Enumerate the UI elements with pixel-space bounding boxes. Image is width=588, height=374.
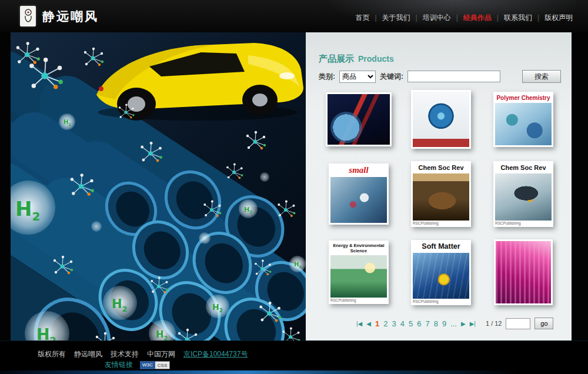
- page-number-4[interactable]: 4: [400, 319, 405, 328]
- cover-art: [413, 92, 469, 147]
- site-name: 静远嘲风: [42, 8, 99, 25]
- next-page-icon[interactable]: ▶: [461, 320, 466, 327]
- page-number-8[interactable]: 8: [434, 319, 438, 328]
- nav-item-home[interactable]: 首页: [355, 13, 369, 23]
- first-page-icon[interactable]: |◀: [356, 320, 362, 327]
- last-page-icon[interactable]: ▶|: [470, 320, 476, 327]
- w3c-badge[interactable]: W3C CSS: [140, 361, 170, 369]
- cover-art: [413, 173, 469, 221]
- logo-icon: [22, 8, 34, 25]
- nav-item-copyright[interactable]: 版权声明: [537, 13, 573, 23]
- icp-link[interactable]: 京ICP备10044737号: [183, 349, 248, 359]
- page-number-5[interactable]: 5: [409, 319, 413, 328]
- product-cover[interactable]: Energy & Environmental Science RSCPublis…: [329, 241, 389, 304]
- w3c-badge-right: CSS: [155, 361, 170, 369]
- w3c-badge-left: W3C: [140, 361, 155, 369]
- nav-item-contact[interactable]: 联系我们: [497, 13, 532, 23]
- cover-art: [330, 177, 387, 223]
- header: 静远嘲风 首页 关于我们 培训中心 经典作品 联系我们 版权声明: [0, 0, 588, 32]
- footer: 版权所有 静远嘲风 技术支持 中国万网 京ICP备10044737号 友情链接 …: [0, 340, 588, 374]
- cover-title: Polymer Chemistry: [495, 94, 552, 103]
- hero-illustration: H2 H2 H2 H2 H2 H2 H2 H2: [11, 32, 306, 341]
- page-number-7[interactable]: 7: [425, 319, 429, 328]
- page-title: 产品展示Products: [319, 54, 394, 65]
- footer-site-name: 静远嘲风: [74, 349, 102, 359]
- page-number-3[interactable]: 3: [392, 319, 396, 328]
- cover-title: Chem Soc Rev: [495, 163, 552, 173]
- keyword-input[interactable]: [407, 71, 500, 82]
- page-ellipsis: ...: [450, 319, 457, 328]
- product-cover[interactable]: Chem Soc Rev RSCPublishing: [493, 161, 553, 226]
- filter-bar: 类别: 商品 关键词: 搜索: [319, 70, 561, 83]
- product-cover[interactable]: Chem Soc Rev RSCPublishing: [411, 161, 471, 226]
- page-number-9[interactable]: 9: [442, 319, 446, 328]
- pagination: |◀ ◀ 1 2 3 4 5 6 7 8 9 ... ▶ ▶| 1 / 12 g…: [356, 318, 564, 329]
- footer-copyright-line: 版权所有 静远嘲风 技术支持 中国万网 京ICP备10044737号: [38, 349, 248, 359]
- go-button[interactable]: go: [534, 318, 553, 329]
- category-label: 类别:: [319, 72, 335, 82]
- cover-art: [330, 255, 387, 298]
- logo[interactable]: [20, 6, 36, 26]
- cover-art: [413, 253, 469, 299]
- cover-art: [328, 94, 390, 145]
- support-label: 技术支持: [111, 349, 139, 359]
- cover-publisher: RSCPublishing: [495, 221, 552, 225]
- page-number-6[interactable]: 6: [417, 319, 421, 328]
- goto-page-input[interactable]: [506, 318, 530, 329]
- search-button[interactable]: 搜索: [522, 70, 561, 83]
- friend-links[interactable]: 友情链接: [105, 360, 133, 370]
- cover-publisher: RSCPublishing: [413, 299, 469, 303]
- copyright-label: 版权所有: [38, 349, 66, 359]
- cover-art: [495, 173, 552, 221]
- product-cover[interactable]: [326, 92, 392, 146]
- footer-links-line: 友情链接 W3C CSS: [105, 360, 170, 370]
- page-info: 1 / 12: [486, 320, 502, 327]
- product-cover[interactable]: Polymer Chemistry: [493, 92, 553, 147]
- products-panel: 产品展示Products 类别: 商品 关键词: 搜索 Polyme: [306, 32, 572, 341]
- page-number-1[interactable]: 1: [375, 319, 379, 328]
- nav-item-training[interactable]: 培训中心: [416, 13, 451, 23]
- page-title-cn: 产品展示: [319, 54, 354, 64]
- cover-title: Energy & Environmental Science: [330, 242, 387, 255]
- page: 静远嘲风 首页 关于我们 培训中心 经典作品 联系我们 版权声明: [0, 0, 588, 374]
- cover-title: Soft Matter: [413, 242, 469, 253]
- hero-image: H2 H2 H2 H2 H2 H2 H2 H2: [11, 32, 306, 341]
- product-cover[interactable]: [494, 239, 553, 305]
- cover-title: small: [330, 165, 387, 177]
- prev-page-icon[interactable]: ◀: [366, 320, 371, 327]
- cover-publisher: RSCPublishing: [330, 298, 387, 302]
- nav-item-works[interactable]: 经典作品: [456, 13, 492, 23]
- product-cover[interactable]: [411, 90, 471, 149]
- cover-publisher: RSCPublishing: [413, 221, 469, 225]
- page-number-2[interactable]: 2: [383, 319, 387, 328]
- cover-title: Chem Soc Rev: [413, 163, 469, 173]
- main-nav: 首页 关于我们 培训中心 经典作品 联系我们 版权声明: [350, 13, 573, 23]
- keyword-label: 关键词:: [380, 72, 403, 82]
- cover-art: [496, 241, 551, 303]
- page-title-en: Products: [358, 54, 394, 64]
- cover-art: [495, 103, 552, 145]
- products-grid: Polymer Chemistry small Chem Soc Rev RSC…: [318, 86, 564, 309]
- product-cover[interactable]: small: [329, 163, 389, 225]
- product-cover[interactable]: Soft Matter RSCPublishing: [411, 240, 471, 305]
- category-select[interactable]: 商品: [339, 71, 376, 83]
- nav-item-about[interactable]: 关于我们: [375, 13, 410, 23]
- support-name: 中国万网: [147, 349, 175, 359]
